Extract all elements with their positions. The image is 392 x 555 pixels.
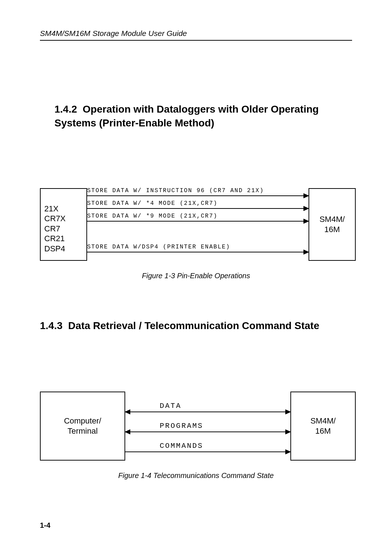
arrow-head-icon bbox=[285, 449, 291, 454]
section-number: 1.4.2 bbox=[54, 104, 77, 115]
arrow-row: STORE DATA W/ INSTRUCTION 96 (CR7 AND 21… bbox=[87, 195, 309, 196]
arrow-row: STORE DATA W/ *9 MODE (21X,CR7) bbox=[87, 221, 309, 222]
figure-1-3: 21X CR7X CR7 CR21 DSP4 SM4M/ 16M STORE D… bbox=[40, 188, 352, 261]
module-label: SM4M/ 16M bbox=[310, 416, 336, 436]
device-label: DSP4 bbox=[44, 244, 65, 254]
page: SM4M/SM16M Storage Module User Guide 1.4… bbox=[0, 0, 392, 555]
arrow-label: COMMANDS bbox=[160, 442, 203, 450]
device-label: CR21 bbox=[44, 234, 65, 244]
arrow-head-icon bbox=[285, 409, 291, 414]
fig1-right-box: SM4M/ 16M bbox=[309, 188, 356, 261]
fig1-left-box: 21X CR7X CR7 CR21 DSP4 bbox=[40, 188, 87, 261]
running-header: SM4M/SM16M Storage Module User Guide bbox=[40, 29, 352, 41]
device-label: CR7X bbox=[44, 214, 66, 224]
section-heading-143: 1.4.3 Data Retrieval / Telecommunication… bbox=[40, 320, 352, 332]
terminal-label: Computer/ Terminal bbox=[64, 416, 101, 436]
arrow-head-icon bbox=[285, 429, 291, 434]
figure-caption: Figure 1-4 Telecommunications Command St… bbox=[40, 471, 352, 480]
arrow-label: PROGRAMS bbox=[160, 422, 203, 430]
arrow-head-icon bbox=[303, 250, 309, 255]
arrow-label: STORE DATA W/DSP4 (PRINTER ENABLE) bbox=[87, 244, 230, 250]
arrow-head-icon bbox=[303, 206, 309, 211]
arrow-label: DATA bbox=[160, 402, 181, 410]
device-label: 21X bbox=[44, 204, 58, 214]
section-heading-142: 1.4.2 Operation with Dataloggers with Ol… bbox=[54, 102, 330, 130]
arrow-head-icon bbox=[124, 429, 130, 434]
figure-caption: Figure 1-3 Pin-Enable Operations bbox=[40, 272, 352, 280]
device-label: CR7 bbox=[44, 224, 60, 234]
arrow-row: STORE DATA W/ *4 MODE (21X,CR7) bbox=[87, 208, 309, 209]
section-number: 1.4.3 bbox=[40, 320, 62, 331]
single-arrow: COMMANDS bbox=[125, 451, 290, 452]
arrow-head-icon bbox=[303, 219, 309, 224]
page-number: 1-4 bbox=[40, 521, 50, 530]
arrow-label: STORE DATA W/ *9 MODE (21X,CR7) bbox=[87, 213, 218, 219]
section-title: Operation with Dataloggers with Older Op… bbox=[54, 104, 319, 129]
module-label: SM4M/ 16M bbox=[319, 214, 345, 234]
fig2-left-box: Computer/ Terminal bbox=[40, 392, 125, 461]
section-title: Data Retrieval / Telecommunication Comma… bbox=[68, 320, 319, 331]
bi-arrow: PROGRAMS bbox=[125, 432, 290, 432]
arrow-label: STORE DATA W/ *4 MODE (21X,CR7) bbox=[87, 200, 218, 207]
arrow-label: STORE DATA W/ INSTRUCTION 96 (CR7 AND 21… bbox=[87, 187, 264, 194]
arrow-head-icon bbox=[303, 193, 309, 198]
arrow-head-icon bbox=[124, 409, 130, 414]
arrow-row: STORE DATA W/DSP4 (PRINTER ENABLE) bbox=[87, 252, 309, 252]
bi-arrow: DATA bbox=[125, 412, 290, 412]
figure-1-4: Computer/ Terminal SM4M/ 16M DATA PROGRA… bbox=[40, 392, 352, 461]
fig2-right-box: SM4M/ 16M bbox=[290, 392, 356, 461]
